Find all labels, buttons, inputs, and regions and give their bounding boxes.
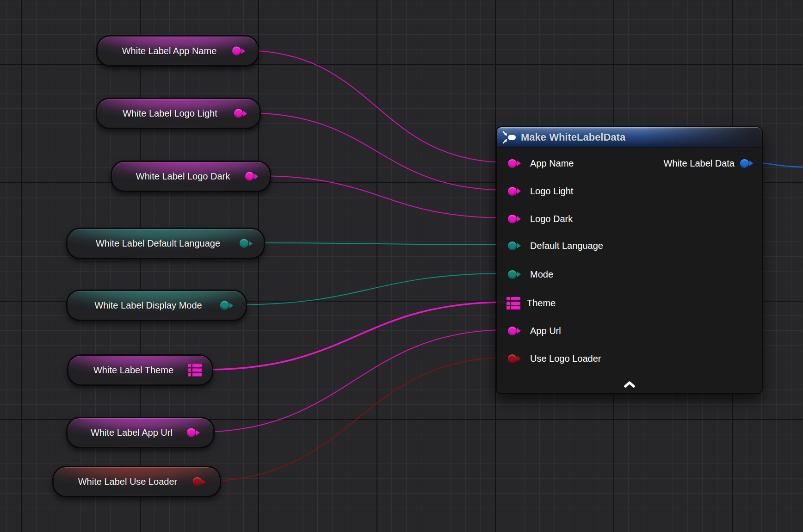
wire[interactable] [257, 176, 508, 218]
pin-wedge [517, 328, 524, 334]
input-pin[interactable] [507, 297, 520, 309]
wire[interactable] [252, 243, 508, 245]
node-white-label-app-url[interactable]: White Label App Url [66, 417, 215, 448]
node-white-label-use-loader[interactable]: White Label Use Loader [52, 466, 221, 497]
pin-wedge [517, 243, 524, 248]
pin-circle [508, 159, 517, 168]
output-pin[interactable] [220, 301, 236, 310]
pin-circle [740, 159, 749, 168]
pin-circle [232, 47, 241, 56]
pin-label: Theme [527, 296, 556, 310]
node-white-label-default-language[interactable]: White Label Default Language [66, 228, 265, 259]
output-pin[interactable] [188, 364, 202, 377]
input-pin-row-default-language: Default Language [508, 239, 603, 253]
node-white-label-logo-light[interactable]: White Label Logo Light [96, 98, 261, 129]
getter-label: White Label Logo Dark [123, 162, 243, 191]
pin-circle [234, 109, 243, 118]
output-pin[interactable] [245, 172, 261, 181]
wire[interactable] [246, 113, 508, 190]
pin-label: App Name [530, 156, 574, 170]
input-pin[interactable] [508, 354, 524, 363]
getter-label: White Label Theme [80, 356, 187, 384]
pin-wedge [249, 241, 255, 246]
pin-circle [508, 270, 517, 279]
node-white-label-theme[interactable]: White Label Theme [67, 354, 213, 386]
pin-wedge [229, 303, 236, 308]
pin-wedge [517, 188, 524, 194]
pin-circle [508, 327, 517, 335]
pin-circle [508, 241, 517, 250]
pin-label: Mode [530, 267, 553, 281]
input-pin[interactable] [508, 187, 524, 196]
pin-circle [508, 215, 517, 223]
wire[interactable] [205, 302, 508, 370]
node-header[interactable]: Make WhiteLabelData [497, 127, 762, 148]
pin-label: Default Language [530, 239, 603, 253]
pin-wedge [517, 272, 524, 277]
pin-label: Logo Light [530, 184, 573, 198]
input-pin[interactable] [508, 327, 524, 335]
output-pin[interactable] [187, 428, 203, 437]
getter-label: White Label Logo Light [108, 99, 232, 128]
output-pin[interactable] [193, 477, 209, 486]
wire[interactable] [244, 50, 508, 162]
node-white-label-app-name[interactable]: White Label App Name [96, 35, 259, 67]
output-pin-row: White Label Data [664, 156, 756, 170]
node-white-label-display-mode[interactable]: White Label Display Mode [66, 290, 247, 321]
output-pin[interactable] [240, 239, 255, 248]
pin-wedge [196, 430, 203, 435]
make-struct-icon [502, 131, 516, 144]
wire[interactable] [199, 330, 508, 432]
node-make-whitelabeldata[interactable]: Make WhiteLabelData App NameLogo LightLo… [496, 126, 763, 394]
pin-circle [220, 301, 229, 310]
struct-pin-icon [188, 364, 202, 377]
pin-wedge [243, 111, 250, 116]
output-pin[interactable] [234, 109, 250, 118]
pin-label: Use Logo Loader [530, 352, 601, 365]
pin-circle [240, 239, 248, 248]
wire[interactable] [232, 273, 508, 305]
pin-label: Logo Dark [530, 212, 573, 226]
input-pin[interactable] [508, 215, 524, 223]
pin-wedge [241, 48, 248, 54]
input-pin-row-use-logo-loader: Use Logo Loader [508, 352, 601, 365]
input-pin[interactable] [508, 270, 524, 279]
getter-label: White Label Default Language [79, 229, 237, 258]
getter-label: White Label App Name [109, 37, 230, 65]
pin-wedge [202, 479, 209, 484]
node-title: Make WhiteLabelData [521, 131, 625, 143]
node-white-label-logo-dark[interactable]: White Label Logo Dark [111, 161, 271, 192]
input-pin[interactable] [508, 159, 524, 168]
output-pin[interactable] [740, 159, 756, 168]
chevron-up-icon[interactable] [622, 380, 637, 390]
pin-circle [187, 428, 196, 437]
pin-wedge [517, 161, 524, 166]
pin-circle [508, 354, 517, 363]
struct-pin-icon [507, 297, 520, 309]
pin-circle [193, 477, 202, 486]
blueprint-graph-canvas[interactable]: White Label App Name White Label Logo Li… [0, 0, 803, 532]
pin-wedge [517, 356, 524, 361]
wire[interactable] [205, 358, 508, 481]
input-pin-row-theme: Theme [507, 296, 556, 310]
pin-wedge [517, 216, 524, 222]
output-pin-label: White Label Data [664, 158, 735, 169]
input-pin-row-app-name: App Name [508, 156, 574, 170]
output-pin[interactable] [232, 47, 248, 56]
getter-label: White Label App Url [79, 418, 185, 447]
getter-label: White Label Display Mode [79, 291, 218, 320]
pin-wedge [254, 173, 261, 179]
pin-label: App Url [530, 324, 561, 338]
input-pin-row-logo-dark: Logo Dark [508, 212, 573, 226]
input-pin-row-app-url: App Url [508, 324, 561, 338]
pin-circle [245, 172, 254, 181]
getter-label: White Label Use Loader [65, 467, 191, 496]
pin-wedge [749, 161, 756, 166]
pin-circle [508, 187, 517, 196]
input-pin[interactable] [508, 241, 524, 250]
input-pin-row-logo-light: Logo Light [508, 184, 573, 198]
input-pin-row-mode: Mode [508, 267, 553, 281]
